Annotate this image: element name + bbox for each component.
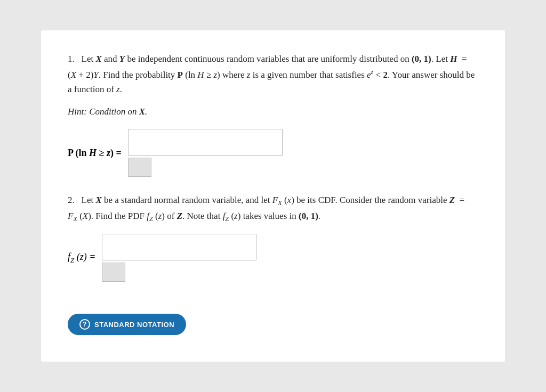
problem-1-hint: Hint: Condition on X.	[68, 107, 478, 117]
problem-1-answer-row: P (ln H ≥ z) =	[68, 129, 478, 177]
formula-Z: FX (X)	[68, 211, 91, 221]
problem-1: 1. Let X and Y be independent continuous…	[68, 52, 478, 177]
FX-label: FX (x)	[272, 195, 294, 205]
problem-1-text: 1. Let X and Y be independent continuous…	[68, 52, 478, 97]
var-Z: Z	[449, 195, 455, 205]
problem-1-submit[interactable]	[128, 158, 151, 177]
fZ-label: fZ (z)	[147, 211, 165, 221]
var-X-1: X	[95, 54, 101, 64]
var-Z-2: Z	[177, 211, 182, 221]
problem-2-number: 2.	[68, 195, 75, 205]
standard-notation-label: STANDARD NOTATION	[94, 321, 174, 329]
question-icon: ?	[79, 319, 90, 330]
var-X-2: X	[95, 195, 101, 205]
problem-2-text: 2. Let X be a standard normal random var…	[68, 193, 478, 224]
problem-1-input-wrapper	[128, 129, 283, 177]
var-Y-1: Y	[119, 54, 125, 64]
formula-H: (X + 2)Y	[68, 69, 99, 79]
problem-2-submit[interactable]	[102, 263, 125, 282]
problem-1-input[interactable]	[128, 129, 283, 156]
problem-1-number: 1.	[68, 54, 75, 64]
standard-notation-button[interactable]: ? STANDARD NOTATION	[68, 314, 186, 335]
event-1: (ln H ≥ z)	[185, 69, 220, 79]
problem-2: 2. Let X be a standard normal random var…	[68, 193, 478, 282]
problem-2-input[interactable]	[102, 234, 256, 260]
prob-P: P	[178, 69, 183, 79]
problem-2-answer-row: fZ (z) =	[68, 234, 478, 282]
fZ-label-2: fZ (z)	[223, 211, 241, 221]
problem-2-answer-label: fZ (z) =	[68, 251, 95, 265]
interval-1: (0, 1)	[412, 54, 431, 64]
main-card: 1. Let X and Y be independent continuous…	[41, 30, 505, 362]
problem-2-input-wrapper	[102, 234, 256, 282]
var-H: H	[450, 54, 457, 64]
problem-1-answer-label: P (ln H ≥ z) =	[68, 148, 122, 159]
